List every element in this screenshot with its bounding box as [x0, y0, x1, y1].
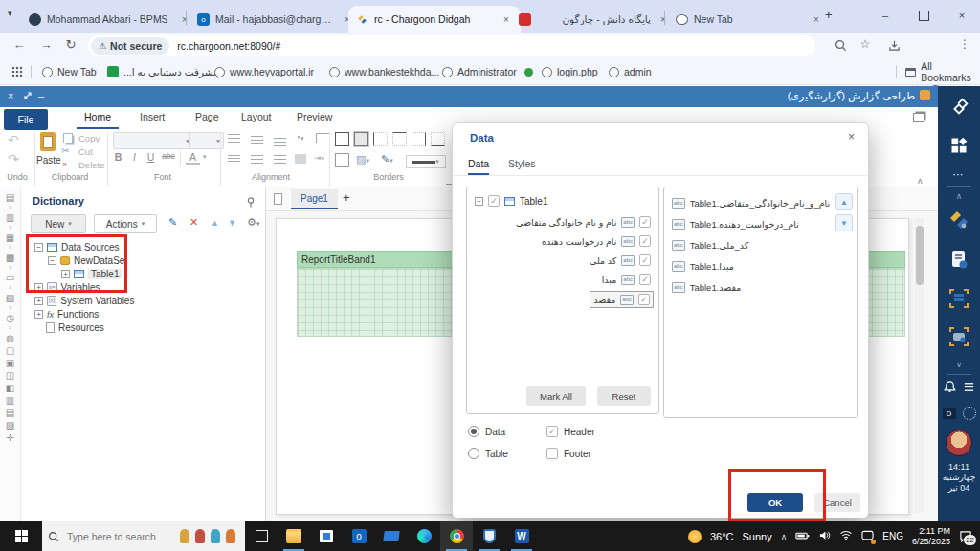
collapse-icon[interactable]: −	[475, 197, 483, 206]
expand-chevron-icon[interactable]: ›	[9, 284, 11, 292]
expand-chevron-icon[interactable]: ›	[9, 324, 11, 332]
cancel-button[interactable]: Cancel	[814, 493, 860, 512]
ribbon-tab-insert[interactable]: Insert	[140, 111, 165, 122]
word-wrap-icon[interactable]	[316, 133, 330, 143]
expand-chevron-icon[interactable]: ›	[9, 204, 11, 211]
bookmark-item[interactable]: Administrator	[442, 63, 517, 80]
image-tool-icon[interactable]: ◫	[6, 369, 14, 382]
menu-kebab-icon[interactable]: ⋮	[955, 37, 974, 51]
battery-icon[interactable]	[795, 531, 810, 542]
italic-button[interactable]: I	[127, 151, 142, 163]
font-color-button[interactable]: A	[186, 151, 200, 165]
barcode-tool-icon[interactable]: ▥	[6, 394, 14, 407]
word-button[interactable]: W	[505, 521, 538, 551]
move-up-icon[interactable]: ▲	[211, 218, 219, 228]
text-tool-icon[interactable]: ▣	[6, 357, 14, 369]
font-family-select[interactable]: ▾	[113, 132, 193, 149]
option-footer[interactable]: Footer	[546, 448, 591, 459]
gauge-tool-icon[interactable]: ◷	[6, 312, 14, 324]
tree-item-data-sources[interactable]: − Data Sources	[34, 241, 120, 253]
cut-icon[interactable]: ✂	[61, 145, 69, 156]
undo-icon[interactable]: ↶	[8, 132, 19, 147]
border-none-button[interactable]	[335, 153, 349, 167]
field-checkbox[interactable]: ✓	[639, 235, 651, 247]
capture-screen-icon[interactable]	[947, 325, 970, 352]
option-table[interactable]: Table	[468, 448, 508, 459]
canvas-vertical-scrollbar[interactable]	[915, 218, 924, 513]
edit-pencil-icon[interactable]: ✎	[168, 216, 177, 229]
tray-chevron-up-icon[interactable]: ∧	[781, 532, 788, 541]
border-color-icon[interactable]: ✎▾	[381, 153, 393, 165]
page-tab-page1[interactable]: Page1	[291, 189, 338, 209]
fill-color-icon[interactable]: ▨▾	[356, 153, 369, 165]
align-center-icon[interactable]	[251, 155, 263, 164]
expand-icon[interactable]: +	[34, 297, 43, 305]
ribbon-tab-file[interactable]: File	[4, 109, 48, 130]
column-row[interactable]: abc Table1.نام_و_نام_خانوادگی_متقاضی	[672, 195, 830, 210]
table1-node[interactable]: − ✓ Table1	[475, 195, 547, 207]
paste-icon[interactable]	[40, 132, 56, 151]
tab-close-icon[interactable]: ×	[810, 14, 823, 25]
taskbar-clock[interactable]: 2:11 PM 6/25/2025	[912, 526, 950, 547]
copy-icon[interactable]	[63, 133, 73, 143]
dictionary-actions-button[interactable]: Actions▾	[94, 214, 157, 233]
bell-icon[interactable]	[944, 380, 956, 397]
option-data[interactable]: Data	[468, 426, 505, 437]
browser-tab-bpms[interactable]: Mohammad Akbari - BPMS ×	[21, 6, 199, 33]
richtext-tool-icon[interactable]: ▨	[6, 419, 14, 431]
weather-temp[interactable]: 36°C	[710, 531, 734, 542]
align-top-icon[interactable]	[228, 134, 240, 143]
designer-close-icon[interactable]: ×	[8, 90, 13, 101]
tree-item-table1[interactable]: + Table1	[61, 268, 122, 280]
border-top-button[interactable]	[392, 132, 407, 146]
table1-checkbox[interactable]: ✓	[488, 195, 500, 207]
column-row[interactable]: abc Table1.کد_ملی	[672, 237, 748, 253]
chrome-button-active[interactable]	[440, 521, 473, 551]
chevron-down-icon[interactable]: ∨	[956, 360, 963, 369]
url-omnibox[interactable]: ⚠ Not secure rc.chargoon.net:8090/#	[88, 35, 815, 56]
border-outside-button[interactable]	[354, 132, 368, 146]
column-move-up-button[interactable]: ▲	[835, 193, 853, 210]
table-radio[interactable]	[468, 448, 479, 459]
column-move-down-button[interactable]: ▼	[835, 214, 853, 231]
back-icon[interactable]: ←	[10, 37, 29, 52]
tree-item-variables[interactable]: + x= Variables	[34, 281, 100, 294]
report-document-icon[interactable]	[949, 249, 969, 274]
field-checkbox[interactable]: ✓	[639, 274, 651, 285]
ribbon-collapse-icon[interactable]: ∧	[917, 176, 924, 186]
ribbon-tab-home[interactable]: Home	[84, 111, 111, 122]
border-left-button[interactable]	[373, 132, 388, 146]
file-explorer-button[interactable]	[278, 521, 310, 551]
shape-tool-icon[interactable]: ▭	[6, 272, 14, 284]
ok-button[interactable]: OK	[747, 493, 803, 512]
delete-icon[interactable]: ×	[62, 160, 67, 169]
expand-chevron-icon[interactable]: ›	[9, 304, 11, 312]
tools-icon[interactable]: ✛	[6, 431, 13, 444]
edge-button[interactable]	[408, 521, 440, 551]
bookmark-item[interactable]: New Tab	[42, 63, 97, 80]
circular-stamp-icon[interactable]	[963, 407, 976, 420]
column-row[interactable]: abc Table1.نام_درخواست_دهنده	[672, 216, 799, 231]
tree-item-system-variables[interactable]: + [x] System Variables	[34, 295, 134, 307]
dialog-tab-data[interactable]: Data	[468, 154, 489, 175]
taskbar-search[interactable]	[42, 521, 245, 551]
copy-button-label[interactable]: Copy	[78, 133, 100, 143]
field-row[interactable]: ✓ abc کد ملی	[590, 253, 651, 268]
expand-icon[interactable]: +	[61, 270, 70, 278]
align-bottom-icon[interactable]	[274, 138, 286, 146]
chart-tool-icon[interactable]: ▧	[6, 292, 14, 304]
zoom-search-icon[interactable]	[831, 39, 850, 55]
field-checkbox[interactable]: ✓	[638, 294, 650, 305]
scrollbar-thumb[interactable]	[916, 226, 924, 285]
delete-button-label[interactable]: Delete	[78, 160, 104, 170]
cut-button-label[interactable]: Cut	[78, 146, 93, 157]
not-secure-chip[interactable]: ⚠ Not secure	[91, 37, 169, 55]
redo-icon[interactable]: ↷	[8, 151, 19, 166]
tab-search-chevron-icon[interactable]: ▾	[8, 9, 12, 18]
start-button[interactable]	[0, 521, 42, 551]
designer-minimize-icon[interactable]: –	[38, 90, 44, 101]
install-icon[interactable]	[884, 39, 903, 55]
paste-button-label[interactable]: Paste	[36, 155, 61, 165]
field-checkbox[interactable]: ✓	[639, 254, 651, 266]
bookmark-item[interactable]: login.php	[542, 63, 598, 80]
